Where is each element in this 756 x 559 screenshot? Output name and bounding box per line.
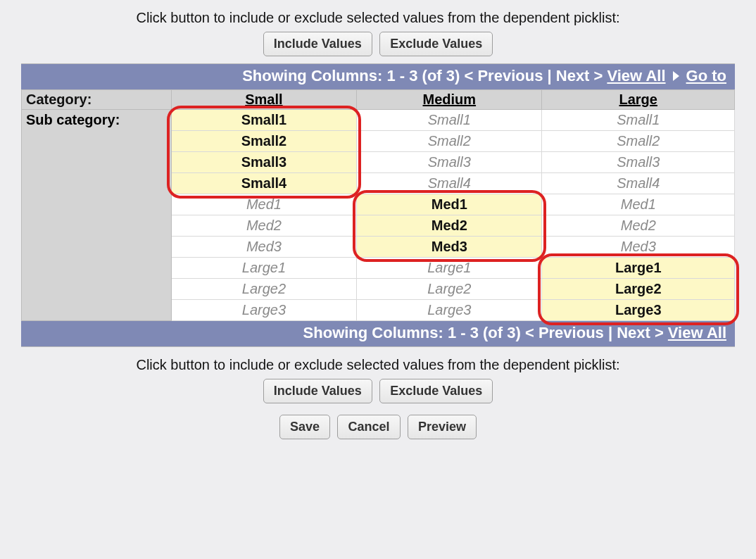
pager-top: Showing Columns: 1 - 3 (of 3) < Previous… xyxy=(21,64,735,89)
include-values-button[interactable]: Include Values xyxy=(263,32,372,56)
picklist-cell[interactable]: Large3 xyxy=(171,300,356,321)
picklist-cell[interactable]: Small3 xyxy=(357,152,542,173)
column-header-large[interactable]: Large xyxy=(542,90,735,110)
picklist-cell[interactable]: Large1 xyxy=(542,258,735,279)
category-label: Category: xyxy=(22,90,172,110)
picklist-cell[interactable]: Small1 xyxy=(171,110,356,131)
picklist-cell[interactable]: Small2 xyxy=(542,131,735,152)
include-values-button[interactable]: Include Values xyxy=(263,379,372,403)
picklist-cell[interactable]: Med2 xyxy=(357,215,542,237)
picklist-cell[interactable]: Med2 xyxy=(542,215,735,237)
picklist-cell[interactable]: Small4 xyxy=(357,173,542,194)
bottom-button-row: Include Values Exclude Values xyxy=(21,379,735,410)
go-to-link[interactable]: Go to xyxy=(686,67,726,85)
preview-button[interactable]: Preview xyxy=(408,415,477,439)
picklist-cell[interactable]: Large3 xyxy=(542,300,735,321)
picklist-cell[interactable]: Small1 xyxy=(542,110,735,131)
exclude-values-button[interactable]: Exclude Values xyxy=(379,32,493,56)
pager-bottom: Showing Columns: 1 - 3 (of 3) < Previous… xyxy=(21,321,735,346)
instruction-text-top: Click button to include or exclude selec… xyxy=(21,10,735,26)
picklist-cell[interactable]: Large2 xyxy=(171,279,356,300)
view-all-link[interactable]: View All xyxy=(607,67,665,85)
picklist-cell[interactable]: Large2 xyxy=(542,279,735,300)
cancel-button[interactable]: Cancel xyxy=(337,415,400,439)
picklist-cell[interactable]: Small2 xyxy=(171,131,356,152)
picklist-cell[interactable]: Small1 xyxy=(357,110,542,131)
picklist-cell[interactable]: Large1 xyxy=(357,258,542,279)
picklist-cell[interactable]: Small4 xyxy=(542,173,735,194)
picklist-cell[interactable]: Med2 xyxy=(171,215,356,237)
arrow-right-icon xyxy=(673,71,679,81)
picklist-cell[interactable]: Small4 xyxy=(171,173,356,194)
top-button-row: Include Values Exclude Values xyxy=(21,32,735,63)
picklist-cell[interactable]: Small3 xyxy=(171,152,356,173)
footer-button-row: Save Cancel Preview xyxy=(21,410,735,439)
picklist-cell[interactable]: Large2 xyxy=(357,279,542,300)
instruction-text-bottom: Click button to include or exclude selec… xyxy=(21,357,735,373)
picklist-cell[interactable]: Med3 xyxy=(357,237,542,258)
exclude-values-button[interactable]: Exclude Values xyxy=(379,379,493,403)
column-header-medium[interactable]: Medium xyxy=(357,90,542,110)
picklist-cell[interactable]: Small3 xyxy=(542,152,735,173)
save-button[interactable]: Save xyxy=(279,415,330,439)
picklist-cell[interactable]: Med3 xyxy=(171,237,356,258)
picklist-cell[interactable]: Med1 xyxy=(357,194,542,215)
picklist-cell[interactable]: Med1 xyxy=(542,194,735,215)
picklist-cell[interactable]: Large3 xyxy=(357,300,542,321)
column-header-small[interactable]: Small xyxy=(171,90,356,110)
pager-text: Showing Columns: 1 - 3 (of 3) < Previous… xyxy=(242,67,603,85)
picklist-cell[interactable]: Med1 xyxy=(171,194,356,215)
picklist-cell[interactable]: Small2 xyxy=(357,131,542,152)
dependency-grid: Category: Small Medium Large Sub categor… xyxy=(21,89,735,321)
picklist-cell[interactable]: Med3 xyxy=(542,237,735,258)
picklist-cell[interactable]: Large1 xyxy=(171,258,356,279)
pager-text: Showing Columns: 1 - 3 (of 3) < Previous… xyxy=(303,324,664,342)
view-all-link[interactable]: View All xyxy=(668,324,726,342)
subcategory-label: Sub category: xyxy=(22,110,172,321)
